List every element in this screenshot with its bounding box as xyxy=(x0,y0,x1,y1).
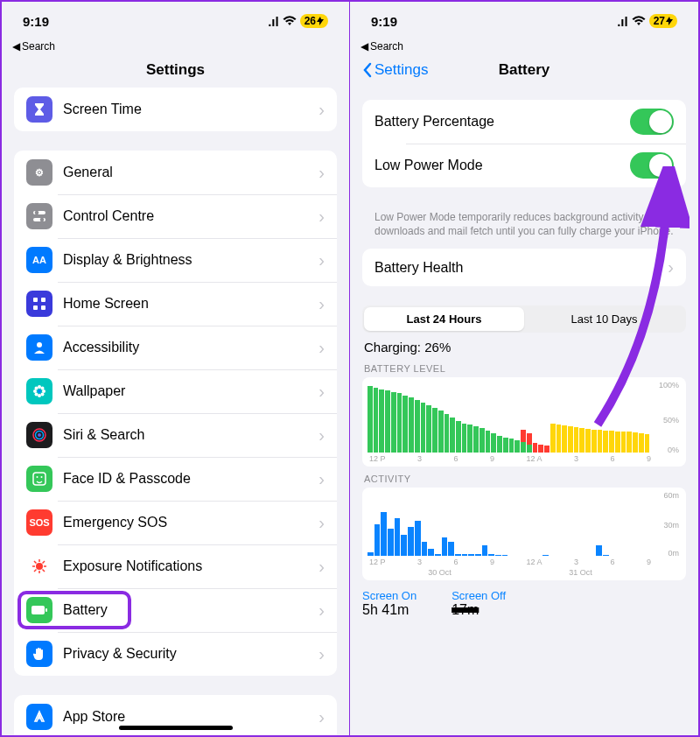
screen-off-value: 17m xyxy=(452,602,506,618)
settings-row-screen-time[interactable]: Screen Time› xyxy=(14,88,337,131)
svg-point-22 xyxy=(37,476,38,478)
settings-row-battery[interactable]: Battery› xyxy=(14,588,337,632)
svg-point-20 xyxy=(38,433,41,437)
chevron-left-icon: ◀ xyxy=(12,40,20,53)
home-indicator[interactable] xyxy=(119,726,233,730)
tab-last-24h[interactable]: Last 24 Hours xyxy=(364,307,524,331)
row-label: Home Screen xyxy=(63,296,308,312)
row-label: Emergency SOS xyxy=(63,515,308,530)
settings-row-siri-search[interactable]: Siri & Search› xyxy=(14,413,337,457)
status-time: 9:19 xyxy=(23,14,49,29)
settings-row-exposure-notifications[interactable]: Exposure Notifications› xyxy=(14,544,337,588)
svg-line-32 xyxy=(43,561,46,564)
svg-line-30 xyxy=(43,570,46,572)
settings-row-wallpaper[interactable]: Wallpaper› xyxy=(14,369,337,413)
status-time: 9:19 xyxy=(371,14,397,29)
battery-percentage-toggle[interactable] xyxy=(630,109,674,135)
lpm-description: Low Power Mode temporarily reduces backg… xyxy=(350,207,698,249)
svg-rect-4 xyxy=(33,298,38,302)
row-label: Wallpaper xyxy=(63,383,308,399)
svg-line-29 xyxy=(34,561,37,564)
wifi-icon xyxy=(632,14,646,29)
chevron-right-icon: › xyxy=(318,425,325,446)
person-icon xyxy=(26,334,52,361)
AA-icon: AA xyxy=(26,247,52,273)
svg-point-23 xyxy=(41,476,43,478)
toggles-icon xyxy=(26,203,52,229)
svg-point-9 xyxy=(38,390,41,393)
settings-group: Screen Time› xyxy=(14,88,337,131)
page-title: Settings xyxy=(2,54,349,88)
svg-point-15 xyxy=(41,387,45,390)
chevron-right-icon: › xyxy=(318,207,325,227)
svg-point-11 xyxy=(38,394,41,397)
activity-label: ACTIVITY xyxy=(350,472,698,486)
cellular-icon: .ıl xyxy=(268,14,279,29)
back-to-search[interactable]: ◀ Search xyxy=(350,40,698,54)
settings-row-display-brightness[interactable]: AADisplay & Brightness› xyxy=(14,238,337,282)
page-title: Battery xyxy=(499,61,550,78)
battery-health-group: Battery Health › xyxy=(362,249,686,286)
chevron-right-icon: › xyxy=(318,338,325,358)
row-label: Display & Brightness xyxy=(63,252,308,268)
screen-on-label: Screen On xyxy=(362,589,416,602)
svg-rect-6 xyxy=(33,305,38,310)
settings-row-accessibility[interactable]: Accessibility› xyxy=(14,326,337,369)
battery-health-row[interactable]: Battery Health › xyxy=(362,249,686,286)
settings-row-emergency-sos[interactable]: SOSEmergency SOS› xyxy=(14,501,337,544)
chevron-right-icon: › xyxy=(318,600,325,621)
row-label: Accessibility xyxy=(63,340,308,355)
row-label: Face ID & Passcode xyxy=(63,471,308,487)
flower-icon xyxy=(26,378,52,404)
svg-point-24 xyxy=(36,563,43,570)
SOS-icon: SOS xyxy=(26,509,52,536)
row-label: Siri & Search xyxy=(63,427,308,443)
face-icon xyxy=(26,466,52,492)
row-label: Battery Health xyxy=(374,260,657,276)
row-label: App Store xyxy=(63,709,308,725)
settings-row-control-centre[interactable]: Control Centre› xyxy=(14,194,337,238)
svg-point-3 xyxy=(40,218,45,222)
settings-row-home-screen[interactable]: Home Screen› xyxy=(14,282,337,326)
usage-summary: Screen On 5h 41m Screen Off 17m xyxy=(350,586,698,621)
chevron-right-icon: › xyxy=(318,513,325,533)
charging-status: Charging: 26% xyxy=(350,340,698,361)
chevron-right-icon: › xyxy=(318,382,325,402)
battery-percentage-row[interactable]: Battery Percentage xyxy=(362,100,686,144)
settings-row-face-id-passcode[interactable]: Face ID & Passcode› xyxy=(14,457,337,501)
hourglass-icon xyxy=(26,96,52,123)
row-label: Exposure Notifications xyxy=(63,558,308,574)
low-power-mode-row[interactable]: Low Power Mode xyxy=(362,144,686,187)
svg-point-8 xyxy=(37,342,42,347)
chevron-right-icon: › xyxy=(668,257,674,277)
chevron-right-icon: › xyxy=(318,557,325,577)
toggles-group: Battery Percentage Low Power Mode xyxy=(362,100,686,187)
settings-row-privacy-security[interactable]: Privacy & Security› xyxy=(14,632,337,676)
battery-level-chart: 100% 50% 0% 12 P36912 A369 xyxy=(362,377,686,467)
wifi-icon xyxy=(283,14,297,29)
back-to-search[interactable]: ◀ Search xyxy=(2,40,349,54)
battery-pill: 27 xyxy=(649,14,677,28)
settings-group: ⚙︎General›Control Centre›AADisplay & Bri… xyxy=(14,151,337,676)
status-bar: 9:19 .ıl 27 xyxy=(350,2,698,40)
svg-rect-7 xyxy=(41,305,46,310)
chevron-right-icon: › xyxy=(318,644,325,664)
chevron-right-icon: › xyxy=(318,250,325,270)
battery-level-label: BATTERY LEVEL xyxy=(350,361,698,376)
settings-screen: 9:19 .ıl 26 ◀ Search Settings Screen Tim… xyxy=(2,2,350,735)
svg-point-17 xyxy=(41,393,45,397)
highlight-box xyxy=(18,591,131,629)
svg-point-10 xyxy=(38,385,41,389)
activity-chart: 60m 30m 0m 12 P36912 A369 30 Oct31 Oct xyxy=(362,488,686,580)
battery-screen: 9:19 .ıl 27 ◀ Search Settings Battery Ba… xyxy=(350,2,698,735)
row-label: Privacy & Security xyxy=(63,646,308,662)
settings-row-general[interactable]: ⚙︎General› xyxy=(14,151,337,194)
back-settings-button[interactable]: Settings xyxy=(362,61,428,79)
row-label: Screen Time xyxy=(63,102,308,117)
tab-last-10d[interactable]: Last 10 Days xyxy=(524,307,684,331)
chevron-right-icon: › xyxy=(318,100,325,120)
low-power-mode-toggle[interactable] xyxy=(630,152,674,179)
row-label: Battery Percentage xyxy=(374,114,620,130)
screen-off-label: Screen Off xyxy=(452,589,506,602)
gear-icon: ⚙︎ xyxy=(26,159,52,186)
